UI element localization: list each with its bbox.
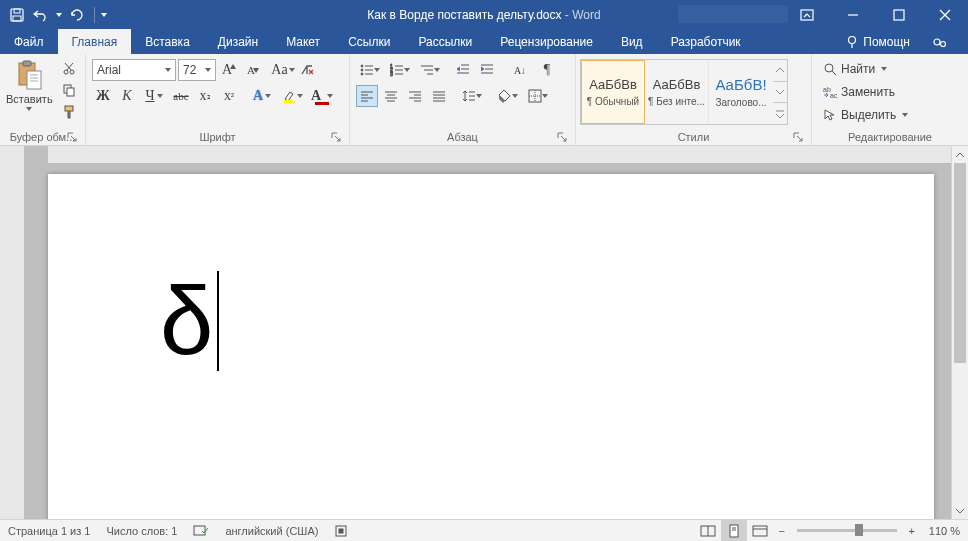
- status-spellcheck[interactable]: [185, 520, 217, 541]
- view-read-mode[interactable]: [695, 520, 721, 541]
- scroll-down-arrow[interactable]: [952, 502, 968, 519]
- font-size-combo[interactable]: 72: [178, 59, 216, 81]
- superscript-button[interactable]: x²: [218, 85, 240, 107]
- find-button[interactable]: Найти: [820, 59, 911, 79]
- paste-button[interactable]: Вставить: [4, 57, 59, 129]
- status-macro[interactable]: [326, 520, 356, 541]
- font-color-button[interactable]: A: [308, 85, 336, 107]
- style-no-spacing[interactable]: АаБбВв ¶ Без инте...: [645, 60, 709, 124]
- paragraph-dialog-launcher[interactable]: [557, 132, 569, 144]
- justify-button[interactable]: [428, 85, 450, 107]
- status-word-count[interactable]: Число слов: 1: [98, 520, 185, 541]
- styles-scroll: [773, 60, 787, 124]
- cut-button[interactable]: [59, 59, 79, 77]
- select-button[interactable]: Выделить: [820, 105, 911, 125]
- titlebar: Как в Ворде поставить дельту.docx - Word: [0, 0, 968, 29]
- underline-button[interactable]: Ч: [140, 85, 168, 107]
- undo-dropdown[interactable]: [54, 4, 64, 26]
- styles-scroll-up[interactable]: [773, 60, 787, 82]
- svg-point-8: [849, 36, 856, 43]
- clipboard-dialog-launcher[interactable]: [67, 132, 79, 144]
- replace-button[interactable]: abac Заменить: [820, 82, 911, 102]
- grow-font-button[interactable]: A: [218, 59, 240, 81]
- view-print-layout[interactable]: [721, 520, 747, 541]
- shrink-font-button[interactable]: A: [242, 59, 264, 81]
- zoom-out-button[interactable]: −: [773, 525, 791, 537]
- format-painter-button[interactable]: [59, 103, 79, 121]
- undo-button[interactable]: [30, 4, 52, 26]
- save-button[interactable]: [6, 4, 28, 26]
- line-spacing-button[interactable]: [458, 85, 486, 107]
- shading-button[interactable]: [494, 85, 522, 107]
- status-page[interactable]: Страница 1 из 1: [0, 520, 98, 541]
- tab-home[interactable]: Главная: [58, 29, 132, 54]
- show-marks-button[interactable]: ¶: [536, 59, 558, 81]
- font-dialog-launcher[interactable]: [331, 132, 343, 144]
- ribbon-display-options[interactable]: [784, 0, 830, 29]
- copy-button[interactable]: [59, 81, 79, 99]
- change-case-button[interactable]: Aa: [272, 59, 294, 81]
- minimize-button[interactable]: [830, 0, 876, 29]
- align-center-button[interactable]: [380, 85, 402, 107]
- tab-insert[interactable]: Вставка: [131, 29, 204, 54]
- document-canvas[interactable]: δ: [24, 146, 968, 519]
- share-button[interactable]: [920, 35, 960, 49]
- zoom-in-button[interactable]: +: [903, 525, 921, 537]
- subscript-button[interactable]: x₂: [194, 85, 216, 107]
- styles-expand[interactable]: [773, 103, 787, 124]
- document-content[interactable]: δ: [160, 266, 219, 376]
- scroll-thumb[interactable]: [954, 163, 966, 363]
- vertical-ruler[interactable]: [0, 146, 24, 519]
- close-button[interactable]: [922, 0, 968, 29]
- tab-file[interactable]: Файл: [0, 29, 58, 54]
- tab-view[interactable]: Вид: [607, 29, 657, 54]
- view-web-layout[interactable]: [747, 520, 773, 541]
- decrease-indent-button[interactable]: [452, 59, 474, 81]
- tab-references[interactable]: Ссылки: [334, 29, 404, 54]
- italic-button[interactable]: К: [116, 85, 138, 107]
- redo-button[interactable]: [66, 4, 88, 26]
- page[interactable]: δ: [48, 174, 934, 519]
- borders-button[interactable]: [524, 85, 552, 107]
- styles-dialog-launcher[interactable]: [793, 132, 805, 144]
- font-name-combo[interactable]: Arial: [92, 59, 176, 81]
- zoom-slider[interactable]: [797, 529, 897, 532]
- horizontal-ruler[interactable]: [48, 146, 968, 164]
- zoom-percent[interactable]: 110 %: [921, 525, 968, 537]
- svg-rect-25: [284, 100, 294, 103]
- tab-layout[interactable]: Макет: [272, 29, 334, 54]
- ribbon: Вставить Буфер обм... Arial 72 A A: [0, 54, 968, 146]
- group-styles: АаБбВв ¶ Обычный АаБбВв ¶ Без инте... Аа…: [576, 54, 812, 145]
- tab-review[interactable]: Рецензирование: [486, 29, 607, 54]
- numbering-button[interactable]: 123: [386, 59, 414, 81]
- highlight-button[interactable]: [278, 85, 306, 107]
- align-right-button[interactable]: [404, 85, 426, 107]
- multilevel-list-button[interactable]: [416, 59, 444, 81]
- sort-button[interactable]: A↓: [506, 59, 534, 81]
- bold-button[interactable]: Ж: [92, 85, 114, 107]
- window-controls: [784, 0, 968, 29]
- group-editing: Найти abac Заменить Выделить Редактирова…: [812, 54, 968, 145]
- status-language[interactable]: английский (США): [217, 520, 326, 541]
- tab-mailings[interactable]: Рассылки: [404, 29, 486, 54]
- increase-indent-button[interactable]: [476, 59, 498, 81]
- styles-scroll-down[interactable]: [773, 82, 787, 104]
- qat-customize[interactable]: [99, 4, 109, 26]
- clear-formatting-button[interactable]: [296, 59, 318, 81]
- style-normal[interactable]: АаБбВв ¶ Обычный: [581, 60, 645, 124]
- style-heading1[interactable]: АаБбВ! Заголово...: [709, 60, 773, 124]
- strikethrough-button[interactable]: abc: [170, 85, 192, 107]
- svg-point-70: [825, 64, 833, 72]
- vertical-scrollbar[interactable]: [951, 146, 968, 519]
- align-left-button[interactable]: [356, 85, 378, 107]
- tab-design[interactable]: Дизайн: [204, 29, 272, 54]
- maximize-button[interactable]: [876, 0, 922, 29]
- tell-me[interactable]: Помощн: [835, 35, 920, 49]
- tab-developer[interactable]: Разработчик: [657, 29, 755, 54]
- svg-rect-82: [753, 526, 767, 536]
- bullets-button[interactable]: [356, 59, 384, 81]
- zoom-slider-thumb[interactable]: [855, 524, 863, 536]
- scroll-up-arrow[interactable]: [952, 146, 968, 163]
- text-cursor: [217, 271, 219, 371]
- text-effects-button[interactable]: A: [248, 85, 276, 107]
